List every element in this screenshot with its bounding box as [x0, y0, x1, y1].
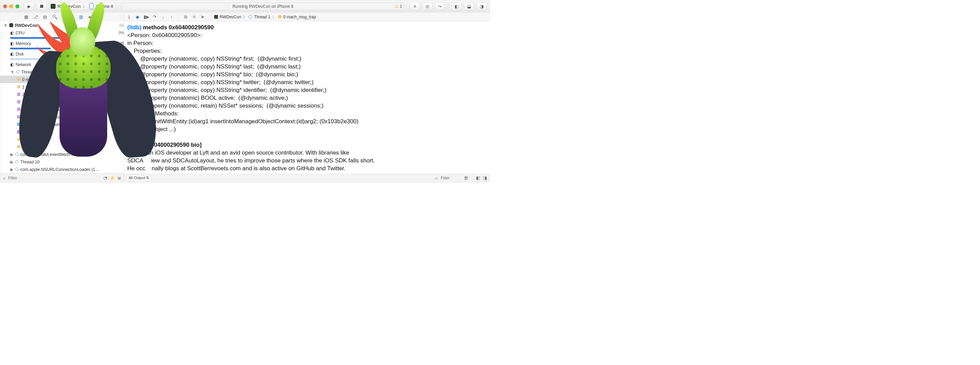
debug-navigator: ▼ RWDevCon 88 ◐ CPU 0% ◐ Memory MB	[0, 21, 124, 173]
thread-icon	[15, 153, 18, 156]
stack-frame-row[interactable]: 5 GSEventRunModal	[0, 113, 124, 121]
stack-frame-row[interactable]: 9 start	[0, 143, 124, 150]
stack-frame-row[interactable]: 1 mach_msg	[0, 83, 124, 91]
stop-button[interactable]	[37, 2, 47, 10]
standard-editor-button[interactable]: ≡	[410, 2, 420, 10]
stack-frame-row[interactable]: 2 __CFRunLoopServiceMachP…	[0, 91, 124, 98]
lldb-console[interactable]: (lldb) methods 0x604000290590 <Person: 0…	[124, 21, 490, 173]
symbol-nav-icon[interactable]: ▤	[43, 14, 47, 20]
navigator-filter-bar: ⌕ ◔ ⚡ ≣	[0, 173, 124, 183]
disclosure-icon[interactable]: ▼	[3, 22, 8, 27]
report-nav-icon[interactable]: ☰	[96, 14, 100, 20]
frame-label: 7 main	[22, 129, 35, 134]
step-out-button[interactable]: ↑	[169, 14, 174, 20]
disclosure-icon[interactable]: ▼	[10, 69, 14, 74]
breakpoints-toggle-button[interactable]: ◆	[135, 14, 140, 20]
process-row[interactable]: ▼ RWDevCon 88	[0, 21, 124, 29]
continue-button[interactable]: ▮▶	[143, 14, 149, 20]
minimize-window-button[interactable]	[10, 5, 13, 8]
disclosure-icon[interactable]: ▶	[10, 166, 14, 172]
gauge-icon: ◐	[10, 30, 14, 35]
console-line: @property (nonatomic, copy) NSString* id…	[127, 86, 326, 93]
stack-frame-row[interactable]: 0 mach_msg_trap	[0, 76, 124, 83]
stack-frame-row[interactable]: 7 main	[0, 128, 124, 135]
clear-console-button[interactable]: 🗑	[464, 175, 468, 181]
stack-frame-row[interactable]: 8 start	[0, 135, 124, 143]
thread-row[interactable]: ▶com.apple.NSURLConnectionLoader (1…	[0, 166, 124, 173]
debug-view-hierarchy-button[interactable]: ⧉	[183, 14, 188, 20]
find-nav-icon[interactable]: 🔍	[52, 14, 57, 20]
filter-icon[interactable]: ⌕	[435, 175, 438, 181]
app-icon	[9, 23, 13, 27]
lldb-prompt: (l	[127, 141, 137, 148]
disclosure-icon[interactable]: ▶	[10, 151, 14, 157]
scheme-device-name: iPhone 8	[95, 4, 113, 9]
thread-filter-icon[interactable]: ≣	[118, 175, 121, 181]
chevron-updown-icon: ⇅	[146, 176, 149, 180]
console-line: Properties:	[127, 47, 162, 54]
console-filter-input[interactable]	[441, 175, 461, 180]
disk-gauge-row[interactable]: ◐ Disk	[0, 50, 124, 57]
filter-icon[interactable]: ⌕	[3, 175, 6, 181]
network-gauge-row[interactable]: ◐ Network	[0, 61, 124, 68]
frame-label: 2 __CFRunLoopServiceMachP…	[22, 92, 85, 97]
debug-toolbar: ⤓ ◆ ▮▶ ↷ ↓ ↑ ⧉ ⚛ ➤ RWDevCon 〉 Thread 1 〉…	[124, 13, 490, 21]
activity-status: Running RWDevCon on iPhone 8 ⚠︎ 1	[122, 2, 404, 10]
disclosure-icon[interactable]: ▶	[10, 159, 14, 164]
stack-frame-row[interactable]: 3 __CFRunLoopRun	[0, 98, 124, 105]
step-into-button[interactable]: ↓	[161, 14, 166, 20]
close-window-button[interactable]	[3, 5, 7, 8]
assistant-editor-button[interactable]: ◎	[422, 2, 433, 10]
output-scope-selector[interactable]: All Output ⇅	[127, 175, 151, 181]
bottom-filter-bar: ⌕ ◔ ⚡ ≣ All Output ⇅ ⌕ 🗑 ◧ ◨	[0, 173, 490, 183]
cpu-label: CPU	[16, 30, 117, 35]
issue-nav-icon[interactable]: ⚠︎	[62, 14, 66, 20]
cpu-bar	[10, 37, 68, 39]
project-nav-icon[interactable]: ▦	[24, 14, 29, 20]
scheme-selector[interactable]: RWDevCon 〉 iPhone 8	[49, 2, 116, 10]
thread-icon	[249, 15, 253, 19]
source-control-nav-icon[interactable]: ⎇	[33, 14, 38, 20]
frame-icon	[17, 123, 21, 126]
debug-memory-graph-button[interactable]: ⚛	[192, 14, 197, 20]
memory-gauge-row[interactable]: ◐ Memory MB	[0, 40, 124, 47]
debug-path-control[interactable]: RWDevCon 〉 Thread 1 〉 0 mach_msg_trap	[215, 14, 316, 19]
clock-filter-icon[interactable]: ◔	[103, 175, 108, 181]
process-title: RWDevCon	[14, 22, 38, 27]
stack-frame-row[interactable]: 6 UIApplicationMain	[0, 121, 124, 128]
thread-row[interactable]: ▶Thread 10	[0, 158, 124, 166]
hide-debug-area-button[interactable]: ⤓	[127, 14, 132, 20]
console-view-toggle[interactable]: ◨	[483, 175, 487, 181]
breakpoint-nav-icon[interactable]: ◈	[88, 14, 92, 20]
run-button[interactable]: ▶	[24, 2, 34, 10]
thread-row[interactable]: ▼ Thread 1 Queue: com.apple.m…	[0, 68, 124, 76]
navigator-selector: ▦ ⎇ ▤ 🔍 ⚠︎ ◇ ▥ ◈ ☰	[0, 13, 124, 21]
step-over-button[interactable]: ↷	[152, 14, 157, 20]
secondary-bar: ▦ ⎇ ▤ 🔍 ⚠︎ ◇ ▥ ◈ ☰ ⤓ ◆ ▮▶ ↷ ↓ ↑ ⧉ ⚛ ➤ RW…	[0, 13, 490, 21]
thread-label: Thread 10	[20, 159, 40, 164]
thread-icon	[15, 160, 18, 163]
toggle-bottom-panel-button[interactable]: ⬓	[464, 2, 474, 10]
crash-filter-icon[interactable]: ⚡	[110, 175, 115, 181]
version-editor-button[interactable]: ↪	[435, 2, 445, 10]
test-nav-icon[interactable]: ◇	[71, 14, 74, 20]
variables-view-toggle[interactable]: ◧	[476, 175, 480, 181]
stack-frame-row[interactable]: 4 CFRunLoopRunSpecific	[0, 105, 124, 113]
debug-nav-icon[interactable]: ▥	[79, 14, 83, 20]
scheme-app-name: RWDevCon	[57, 4, 81, 9]
simulate-location-button[interactable]: ➤	[200, 14, 205, 20]
console-line: - (id) initWithEntity:(id)arg1 insertInt…	[127, 118, 358, 124]
toggle-left-panel-button[interactable]: ◧	[452, 2, 462, 10]
cpu-value: 0%	[118, 30, 124, 35]
navigator-filter-input[interactable]	[8, 175, 101, 180]
issue-indicator[interactable]: ⚠︎ 1	[395, 4, 402, 8]
chevron-right-icon: 〉	[83, 3, 87, 10]
console-line: @property (nonatomic, retain) NSSet* ses…	[127, 102, 324, 108]
debug-tree[interactable]: ▼ RWDevCon 88 ◐ CPU 0% ◐ Memory MB	[0, 21, 124, 173]
toggle-right-panel-button[interactable]: ◨	[477, 2, 487, 10]
thread-row[interactable]: ▶com.apple.uikit.eventfetch-…	[0, 150, 124, 158]
frame-icon	[17, 137, 21, 141]
console-line: …gedObject ...)	[127, 126, 176, 132]
cpu-gauge-row[interactable]: ◐ CPU 0%	[0, 29, 124, 37]
zoom-window-button[interactable]	[16, 5, 19, 8]
